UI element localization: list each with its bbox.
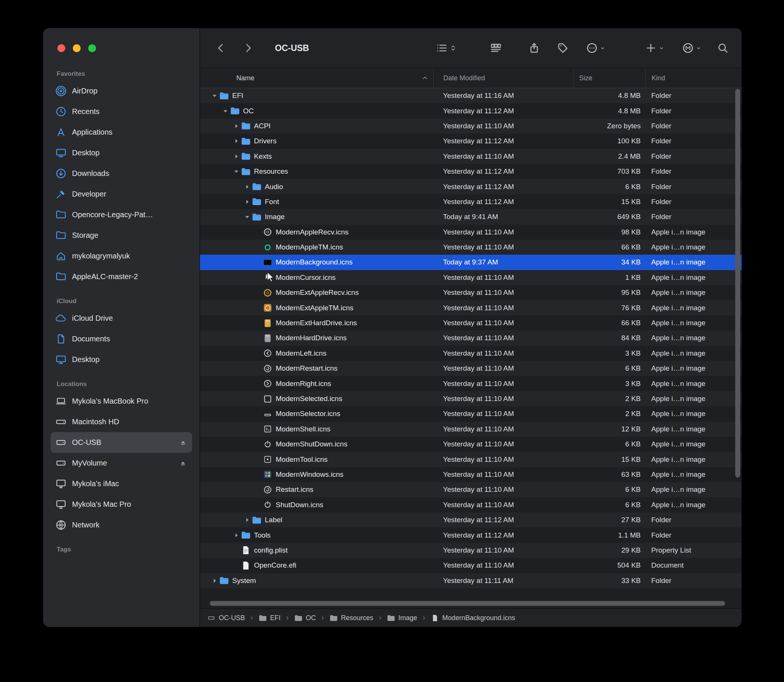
file-row-modernshutdown-icns[interactable]: ModernShutDown.icnsYesterday at 11:10 AM… (200, 437, 742, 452)
horizontal-scrollbar[interactable] (200, 599, 742, 609)
file-row-oc[interactable]: OCYesterday at 11:12 AM4.8 MBFolder (200, 103, 742, 118)
eject-button[interactable] (178, 438, 188, 447)
close-button[interactable] (57, 44, 65, 52)
file-row-resources[interactable]: ResourcesYesterday at 11:12 AM703 KBFold… (200, 164, 742, 179)
file-row-audio[interactable]: AudioYesterday at 11:12 AM6 KBFolder (200, 179, 742, 194)
file-row-efi[interactable]: EFIYesterday at 11:16 AM4.8 MBFolder (200, 88, 742, 103)
file-row-modernharddrive-icns[interactable]: ModernHardDrive.icnsYesterday at 11:10 A… (200, 330, 742, 346)
vertical-scrollbar-thumb[interactable] (735, 89, 740, 478)
path-item-resources[interactable]: Resources (330, 614, 373, 622)
profile-button[interactable] (682, 42, 702, 54)
disclosure-triangle (231, 561, 241, 569)
file-kind: Folder (645, 122, 742, 130)
sidebar-item-airdrop[interactable]: AirDrop (51, 81, 192, 101)
file-row-modernextapplerecv-icns[interactable]: ModernExtAppleRecv.icnsYesterday at 11:1… (200, 285, 742, 300)
file-size: 66 KB (574, 319, 645, 327)
file-row-modernwindows-icns[interactable]: ModernWindows.icnsYesterday at 11:10 AM6… (200, 467, 742, 482)
file-row-kexts[interactable]: KextsYesterday at 11:10 AM2.4 MBFolder (200, 149, 742, 164)
disclosure-triangle[interactable] (210, 577, 219, 585)
name-cell: Resources (200, 167, 433, 176)
sidebar-item-mykola-s-imac[interactable]: Mykola’s iMac (51, 473, 192, 494)
path-item-image[interactable]: Image (387, 614, 417, 622)
file-row-modernrestart-icns[interactable]: ModernRestart.icnsYesterday at 11:10 AM6… (200, 361, 742, 376)
forward-button[interactable] (242, 42, 254, 54)
eject-button[interactable] (178, 459, 188, 468)
disclosure-triangle[interactable] (231, 531, 241, 539)
sidebar-item-developer[interactable]: Developer (51, 184, 192, 204)
sidebar-item-storage[interactable]: Storage (51, 225, 192, 246)
disclosure-triangle[interactable] (242, 516, 252, 524)
file-row-modernappletm-icns[interactable]: ModernAppleTM.icnsYesterday at 11:10 AM6… (200, 240, 742, 255)
file-row-image[interactable]: ImageToday at 9:41 AM649 KBFolder (200, 209, 742, 224)
zoom-button[interactable] (88, 44, 96, 52)
column-header-name[interactable]: Name (200, 68, 433, 88)
sidebar-item-recents[interactable]: Recents (51, 101, 192, 122)
file-row-modernright-icns[interactable]: ModernRight.icnsYesterday at 11:10 AM3 K… (200, 376, 742, 391)
disclosure-triangle[interactable] (221, 107, 230, 115)
group-view-button[interactable] (490, 42, 502, 54)
minimize-button[interactable] (73, 44, 81, 52)
share-button[interactable] (528, 42, 540, 54)
disclosure-triangle (253, 243, 263, 251)
file-row-drivers[interactable]: DriversYesterday at 11:12 AM100 KBFolder (200, 134, 742, 148)
file-row-moderntool-icns[interactable]: ModernTool.icnsYesterday at 11:10 AM15 K… (200, 452, 742, 467)
file-row-tools[interactable]: ToolsYesterday at 11:12 AM1.1 MBFolder (200, 527, 742, 542)
sidebar-item-icloud-drive[interactable]: iCloud Drive (51, 308, 192, 328)
back-button[interactable] (215, 42, 227, 54)
sidebar-item-documents[interactable]: Documents (51, 328, 192, 349)
sidebar-item-oc-usb[interactable]: OC-USB (51, 432, 192, 453)
file-row-modernextharddrive-icns[interactable]: ModernExtHardDrive.icnsYesterday at 11:1… (200, 316, 742, 330)
path-item-modernbackground-icns[interactable]: ModernBackground.icns (431, 614, 515, 622)
file-row-acpi[interactable]: ACPIYesterday at 11:10 AMZero bytesFolde… (200, 118, 742, 134)
disclosure-triangle[interactable] (231, 122, 241, 130)
file-row-label[interactable]: LabelYesterday at 11:12 AM27 KBFolder (200, 512, 742, 527)
horizontal-scrollbar-thumb[interactable] (210, 601, 725, 606)
file-row-modernbackground-icns[interactable]: ModernBackground.icnsToday at 9:37 AM34 … (200, 255, 742, 270)
file-row-modernselected-icns[interactable]: ModernSelected.icnsYesterday at 11:10 AM… (200, 391, 742, 406)
search-button[interactable] (717, 42, 729, 54)
sidebar-item-macintosh-hd[interactable]: Macintosh HD (51, 411, 192, 432)
column-header-size[interactable]: Size (574, 68, 645, 88)
file-row-restart-icns[interactable]: Restart.icnsYesterday at 11:10 AM6 KBApp… (200, 482, 742, 497)
file-row-modernleft-icns[interactable]: ModernLeft.icnsYesterday at 11:10 AM3 KB… (200, 346, 742, 361)
sidebar-item-myvolume[interactable]: MyVolume (51, 453, 192, 473)
file-row-modernapplerecv-icns[interactable]: ModernAppleRecv.icnsYesterday at 11:10 A… (200, 225, 742, 240)
path-item-efi[interactable]: EFI (259, 614, 280, 622)
disclosure-triangle[interactable] (242, 183, 252, 191)
sidebar-item-applealc-master-2[interactable]: AppleALC-master-2 (51, 266, 192, 287)
sidebar-item-desktop[interactable]: Desktop (51, 143, 192, 163)
file-row-shutdown-icns[interactable]: ShutDown.icnsYesterday at 11:10 AM6 KBAp… (200, 497, 742, 512)
file-row-moderncursor-icns[interactable]: ModernCursor.icnsYesterday at 11:10 AM1 … (200, 270, 742, 285)
column-header-kind[interactable]: Kind (645, 68, 742, 88)
tag-button[interactable] (557, 42, 569, 54)
sidebar-item-mykola-s-mac-pro[interactable]: Mykola’s Mac Pro (51, 494, 192, 515)
file-row-modernselector-icns[interactable]: ModernSelector.icnsYesterday at 11:10 AM… (200, 406, 742, 421)
sidebar-item-opencore-legacy-pat[interactable]: Opencore-Legacy-Pat… (51, 204, 192, 225)
disclosure-triangle[interactable] (231, 152, 241, 161)
disclosure-triangle[interactable] (231, 167, 241, 175)
file-row-system[interactable]: SystemYesterday at 11:11 AM33 KBFolder (200, 573, 742, 588)
file-row-opencore-efi[interactable]: OpenCore.efiYesterday at 11:10 AM504 KBD… (200, 558, 742, 573)
path-item-oc-usb[interactable]: OC-USB (207, 614, 245, 622)
file-row-modernextappletm-icns[interactable]: ModernExtAppleTM.icnsYesterday at 11:10 … (200, 300, 742, 315)
sidebar-item-downloads[interactable]: Downloads (51, 163, 192, 184)
sidebar-item-desktop[interactable]: Desktop (51, 349, 192, 370)
apps-icon (55, 126, 67, 138)
sidebar-item-mykola-s-macbook-pro[interactable]: Mykola’s MacBook Pro (51, 391, 192, 411)
file-row-font[interactable]: FontYesterday at 11:12 AM15 KBFolder (200, 194, 742, 209)
path-item-oc[interactable]: OC (295, 614, 316, 622)
file-name: ModernCursor.icns (276, 274, 335, 282)
view-mode-button[interactable] (435, 42, 457, 54)
more-actions-button[interactable] (586, 42, 606, 54)
sidebar-item-applications[interactable]: Applications (51, 122, 192, 143)
disclosure-triangle[interactable] (210, 92, 219, 100)
file-row-config-plist[interactable]: config.plistYesterday at 11:10 AM29 KBPr… (200, 543, 742, 558)
disclosure-triangle[interactable] (242, 198, 252, 206)
column-header-date-modified[interactable]: Date Modified (433, 68, 574, 88)
sidebar-item-network[interactable]: Network (51, 515, 192, 535)
disclosure-triangle[interactable] (242, 213, 252, 221)
add-button[interactable] (645, 42, 665, 54)
disclosure-triangle[interactable] (231, 137, 241, 145)
file-row-modernshell-icns[interactable]: ModernShell.icnsYesterday at 11:10 AM12 … (200, 422, 742, 437)
sidebar-item-mykolagrymalyuk[interactable]: mykolagrymalyuk (51, 246, 192, 266)
